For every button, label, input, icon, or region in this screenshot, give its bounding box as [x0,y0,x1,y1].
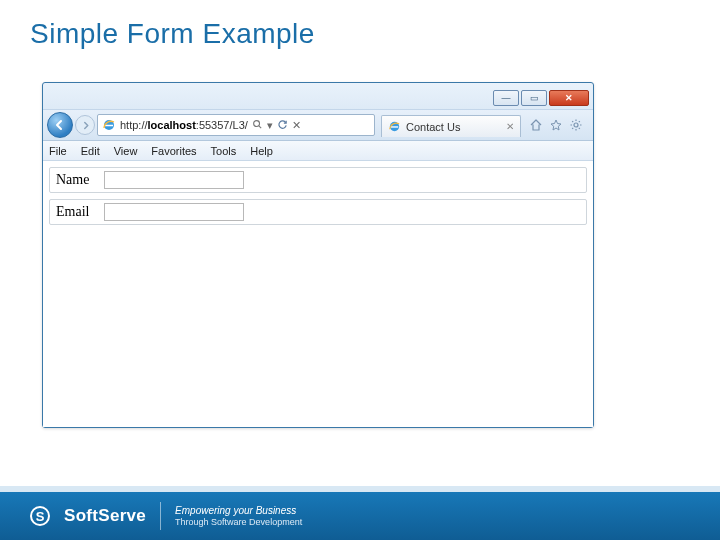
menu-tools[interactable]: Tools [211,145,237,157]
window-maximize-button[interactable]: ▭ [521,90,547,106]
window-titlebar: — ▭ ✕ [43,83,593,109]
menu-help[interactable]: Help [250,145,273,157]
stop-icon[interactable]: ✕ [292,119,301,132]
refresh-icon[interactable] [277,119,288,132]
name-label: Name [56,172,98,188]
search-icon[interactable] [252,119,263,132]
tab-bar: Contact Us ✕ [381,113,521,137]
ie-logo-icon [388,120,401,133]
browser-tab[interactable]: Contact Us ✕ [381,115,521,137]
svg-line-2 [259,125,261,127]
svg-line-9 [572,121,573,122]
address-bar-controls: ▾ ✕ [252,119,301,132]
softserve-logo-icon: S [30,506,50,526]
menu-view[interactable]: View [114,145,138,157]
tab-title: Contact Us [406,121,460,133]
footer-brand: SoftServe [64,506,146,526]
slide-title: Simple Form Example [30,18,315,50]
favorites-icon[interactable] [549,118,563,132]
menu-edit[interactable]: Edit [81,145,100,157]
browser-nav-bar: http://localhost:55357/L3/ ▾ ✕ Contact U… [43,109,593,141]
arrow-right-icon [81,121,90,130]
nav-back-button[interactable] [47,112,73,138]
svg-line-12 [579,121,580,122]
svg-line-11 [572,128,573,129]
form-row-email: Email [49,199,587,225]
address-url: http://localhost:55357/L3/ [120,119,248,131]
address-bar[interactable]: http://localhost:55357/L3/ ▾ ✕ [97,114,375,136]
menu-file[interactable]: File [49,145,67,157]
home-icon[interactable] [529,118,543,132]
svg-point-4 [574,123,578,127]
footer-divider [160,502,161,530]
svg-point-1 [253,120,259,126]
tab-close-icon[interactable]: ✕ [506,121,514,132]
nav-forward-button[interactable] [75,115,95,135]
window-minimize-button[interactable]: — [493,90,519,106]
menu-favorites[interactable]: Favorites [151,145,196,157]
dropdown-icon[interactable]: ▾ [267,119,273,132]
svg-line-10 [579,128,580,129]
page-content: Name Email [43,161,593,427]
browser-menu-bar: File Edit View Favorites Tools Help [43,141,593,161]
browser-chrome-icons [523,118,589,132]
arrow-left-icon [54,119,66,131]
ie-logo-icon [102,118,116,132]
form-row-name: Name [49,167,587,193]
window-close-button[interactable]: ✕ [549,90,589,106]
footer-tagline: Empowering your Business Through Softwar… [175,505,302,528]
name-input[interactable] [104,171,244,189]
gear-icon[interactable] [569,118,583,132]
email-label: Email [56,204,98,220]
slide-footer: S SoftServe Empowering your Business Thr… [0,492,720,540]
email-input[interactable] [104,203,244,221]
browser-window: — ▭ ✕ http://localhost:55357/L3/ ▾ [42,82,594,428]
